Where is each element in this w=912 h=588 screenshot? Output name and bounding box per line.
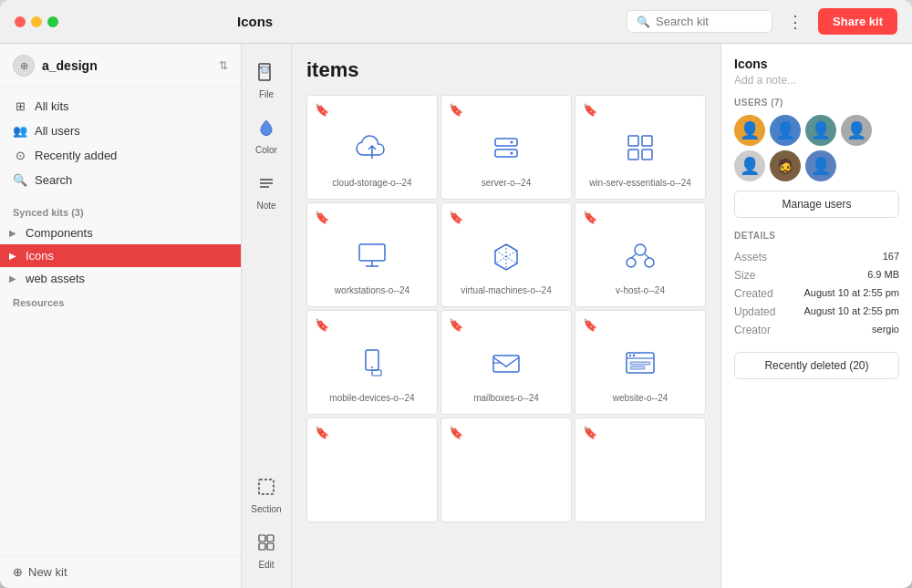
toolbar-edit[interactable]: Edit [244,525,289,577]
win-serv-label: win-serv-essentials-o--24 [589,178,691,188]
svg-rect-9 [267,543,274,550]
search-kit-bar[interactable]: 🔍 [627,10,772,33]
nav-label-recently-added: Recently added [35,149,117,162]
users-grid: 👤 👤 👤 👤 👤 🧔 👤 [734,115,899,181]
sidebar-item-all-users[interactable]: 👥 All users [0,119,241,143]
size-value: 6.9 MB [867,269,899,282]
user-avatar-1[interactable]: 👤 [734,115,765,146]
sidebar-item-web-assets[interactable]: ▶ web assets [0,267,241,290]
svg-rect-14 [628,136,638,146]
bookmark-icon: 🔖 [583,426,597,439]
sidebar-item-all-kits[interactable]: ⊞ All kits [0,94,241,119]
grid-item-server[interactable]: 🔖 server-o--24 [440,95,572,200]
search-icon: 🔍 [637,15,650,28]
more-options-button[interactable]: ⋮ [783,8,807,36]
svg-rect-17 [642,150,652,160]
grid-item-10[interactable]: 🔖 [306,418,438,522]
grid-item-cloud-storage[interactable]: 🔖 cloud-storage-o--24 [306,95,438,200]
detail-size: Size 6.9 MB [734,266,899,284]
content-title: items [306,58,706,82]
main-layout: ⊕ a_design ⇅ ⊞ All kits 👥 All users ⊙ Re… [0,44,912,588]
win-serv-icon [620,125,660,170]
sidebar-item-recently-added[interactable]: ⊙ Recently added [0,143,241,168]
user-avatar-5[interactable]: 👤 [734,150,765,181]
user-avatar-3[interactable]: 👤 [805,115,836,146]
synced-section-title: Synced kits (3) [0,200,241,222]
svg-rect-7 [267,535,274,542]
user-avatar-4[interactable]: 👤 [841,115,872,146]
assets-value: 167 [883,251,899,263]
details-section: DETAILS Assets 167 Size 6.9 MB Created A… [734,231,899,339]
section-label: Section [251,504,281,514]
close-button[interactable] [15,16,26,27]
updated-value: August 10 at 2:55 pm [803,305,899,318]
sidebar-item-search[interactable]: 🔍 Search [0,168,241,192]
creator-value: sergio [872,324,899,336]
mailboxes-label: mailboxes-o--24 [473,393,539,403]
tree-label-web-assets: web assets [26,272,85,285]
svg-rect-29 [493,356,519,372]
workstations-icon [352,232,392,278]
share-kit-button[interactable]: Share kit [818,8,897,35]
grid-item-website[interactable]: 🔖 website-o--24 [575,310,706,415]
note-label: Note [256,201,275,211]
grid-item-12[interactable]: 🔖 [575,418,706,522]
grid-item-workstations[interactable]: 🔖 workstations-o--24 [306,202,438,307]
new-kit-button[interactable]: ⊕ New kit [13,565,67,579]
bookmark-icon: 🔖 [315,211,329,224]
grid-item-mobile-devices[interactable]: 🔖 mobile-devices-o--24 [306,310,438,415]
manage-users-button[interactable]: Manage users [734,191,899,218]
recently-deleted-button[interactable]: Recently deleted (20) [734,352,899,379]
bookmark-icon: 🔖 [583,103,597,117]
svg-rect-15 [642,136,652,146]
detail-updated: Updated August 10 at 2:55 pm [734,303,899,321]
vertical-toolbar: File Color Note [242,44,292,588]
user-avatar-6[interactable]: 🧔 [770,150,801,181]
grid-item-v-host[interactable]: 🔖 v-host-o--24 [575,202,706,307]
grid-item-virtual-machines[interactable]: 🔖 virtual-machines-o--24 [440,202,572,307]
svg-point-12 [511,141,513,144]
detail-creator: Creator sergio [734,321,899,339]
toolbar-color[interactable]: Color [244,110,289,162]
edit-label: Edit [258,560,274,570]
color-icon [256,118,276,142]
note-icon [256,173,276,198]
cloud-storage-label: cloud-storage-o--24 [332,178,411,188]
color-label: Color [255,145,277,155]
app-window: Icons 🔍 ⋮ Share kit ⊕ a_design ⇅ ⊞ [0,0,912,588]
minimize-button[interactable] [31,16,42,27]
titlebar: Icons 🔍 ⋮ Share kit [0,0,912,44]
chevron-updown-icon[interactable]: ⇅ [219,59,228,72]
svg-rect-36 [630,366,645,369]
size-key: Size [734,269,755,282]
user-avatar-2[interactable]: 👤 [770,115,801,146]
maximize-button[interactable] [47,16,58,27]
cloud-storage-icon [352,125,392,170]
search-nav-icon: 🔍 [13,173,27,187]
toolbar-section[interactable]: Section [244,469,289,521]
new-kit-label: New kit [28,565,67,579]
search-kit-input[interactable] [656,15,762,28]
updated-key: Updated [734,305,775,318]
grid-item-mailboxes[interactable]: 🔖 mailboxes-o--24 [440,310,572,415]
panel-note: Add a note... [734,74,899,87]
svg-rect-10 [495,139,517,146]
tree-label-icons: Icons [26,249,54,263]
plus-icon: ⊕ [13,565,23,579]
resources-label: Resources [0,290,241,312]
server-label: server-o--24 [482,178,531,188]
avatar: ⊕ [13,55,35,77]
toolbar-note[interactable]: Note [244,166,289,218]
svg-point-13 [511,152,513,155]
sidebar-item-icons[interactable]: ▶ Icons [0,244,241,267]
user-avatar-7[interactable]: 👤 [805,150,836,181]
sidebar-nav: ⊞ All kits 👥 All users ⊙ Recently added … [0,87,241,200]
toolbar-file[interactable]: File [244,55,289,107]
sidebar-item-components[interactable]: ▶ Components [0,222,241,244]
v-host-label: v-host-o--24 [616,285,665,295]
grid-item-11[interactable]: 🔖 [440,418,572,522]
arrow-right-web-icon: ▶ [9,273,20,284]
nav-label-search: Search [35,173,72,187]
grid-item-win-serv[interactable]: 🔖 win-serv-essentials-o--24 [575,95,706,200]
section-icon [256,477,276,501]
